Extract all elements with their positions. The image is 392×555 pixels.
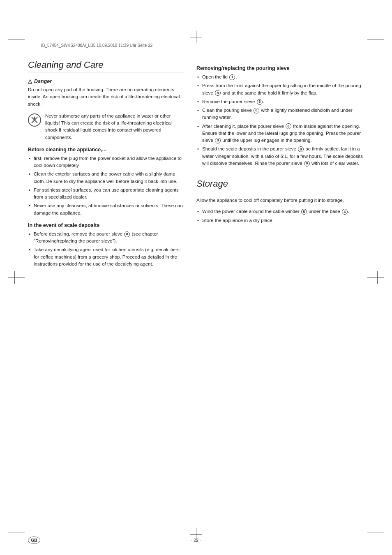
list-item: first, remove the plug from the power so… bbox=[28, 155, 184, 169]
no-submerse-icon bbox=[28, 113, 41, 127]
header-filename: IB_57454_SWKS2400Al_LB5 10.09.2010 11:39… bbox=[41, 43, 152, 48]
list-item: Clean the exterior surfaces and the powe… bbox=[28, 171, 184, 185]
cleaning-care-title: Cleaning and Care bbox=[28, 60, 184, 72]
reg-mark-right-h bbox=[367, 278, 384, 278]
crop-mark-tl-v bbox=[24, 31, 24, 47]
reg-mark-left-v bbox=[14, 271, 15, 284]
danger-text: Do not open any part of the housing. The… bbox=[28, 86, 184, 108]
pouring-sieve-title: Removing/replacing the pouring sieve bbox=[196, 65, 364, 71]
scale-deposits-list: Before descaling, remove the pourer siev… bbox=[28, 231, 184, 268]
danger-section: △ Danger Do not open any part of the hou… bbox=[28, 78, 184, 108]
before-cleaning-list: first, remove the plug from the power so… bbox=[28, 155, 184, 217]
reg-mark-top-h bbox=[190, 37, 202, 37]
list-item: Store the appliance in a dry place. bbox=[196, 217, 364, 224]
warning-block: Never submerse any parts of the applianc… bbox=[28, 113, 184, 141]
badge-8: 8 bbox=[298, 146, 304, 152]
header-info: IB_57454_SWKS2400Al_LB5 10.09.2010 11:39… bbox=[41, 43, 351, 48]
pouring-sieve-list: Open the lid 1. Press from the front aga… bbox=[196, 74, 364, 167]
list-item: Before descaling, remove the pourer siev… bbox=[28, 231, 184, 245]
crop-mark-tl-h bbox=[8, 39, 25, 39]
crop-mark-br-v bbox=[368, 524, 368, 541]
badge-8: 8 bbox=[215, 90, 221, 96]
badge-8: 8 bbox=[304, 161, 310, 166]
country-badge: GB bbox=[28, 536, 40, 544]
list-item: Open the lid 1. bbox=[196, 74, 364, 81]
crop-mark-tr-h bbox=[367, 39, 384, 39]
badge-8: 8 bbox=[257, 99, 263, 105]
badge-8: 8 bbox=[215, 138, 221, 143]
badge-8: 8 bbox=[254, 108, 259, 113]
crop-mark-bl-h bbox=[8, 532, 25, 532]
storage-title: Storage bbox=[196, 178, 364, 191]
right-column: Removing/replacing the pouring sieve Ope… bbox=[196, 60, 364, 518]
storage-intro: Allow the appliance to cool off complete… bbox=[196, 197, 364, 204]
crop-mark-tr-v bbox=[368, 31, 368, 47]
list-item: Press from the front against the upper l… bbox=[196, 82, 364, 97]
before-cleaning-title: Before cleaning the appliance,... bbox=[28, 147, 184, 153]
reg-mark-right-v bbox=[377, 271, 378, 284]
danger-title: △ Danger bbox=[28, 78, 184, 84]
badge-4: 4 bbox=[342, 209, 348, 215]
badge-8: 8 bbox=[124, 231, 130, 237]
crop-mark-br-h bbox=[367, 532, 384, 532]
list-item: Take any decalcifying agent used for kit… bbox=[28, 246, 184, 268]
crop-mark-bl-v bbox=[24, 524, 24, 541]
left-column: Cleaning and Care △ Danger Do not open a… bbox=[28, 60, 184, 518]
scale-deposits-title: In the event of scale deposits bbox=[28, 222, 184, 228]
list-item: After cleaning it, place the pourer siev… bbox=[196, 123, 364, 144]
badge-1: 1 bbox=[229, 74, 235, 80]
list-item: Never use any cleansers, abbrasive subst… bbox=[28, 202, 184, 217]
warning-text: Never submerse any parts of the applianc… bbox=[45, 113, 184, 141]
list-item: Wind the power cable around the cable wi… bbox=[196, 208, 364, 215]
badge-8: 8 bbox=[286, 123, 291, 129]
page-number: - 22 - bbox=[191, 538, 201, 543]
danger-label: Danger bbox=[34, 79, 52, 84]
list-item: Should the scale deposits in the pourer … bbox=[196, 146, 364, 167]
badge-5: 5 bbox=[301, 209, 307, 215]
list-item: Remove the pourer sieve 8. bbox=[196, 98, 364, 105]
list-item: Clean the pouring sieve 8 with a lightly… bbox=[196, 107, 364, 121]
storage-list: Wind the power cable around the cable wi… bbox=[196, 208, 364, 224]
main-content: Cleaning and Care △ Danger Do not open a… bbox=[28, 60, 364, 518]
danger-triangle-icon: △ bbox=[28, 78, 32, 84]
footer: GB - 22 - bbox=[28, 535, 364, 543]
reg-mark-left-h bbox=[8, 278, 25, 278]
list-item: For stainless steel surfaces, you can us… bbox=[28, 187, 184, 201]
